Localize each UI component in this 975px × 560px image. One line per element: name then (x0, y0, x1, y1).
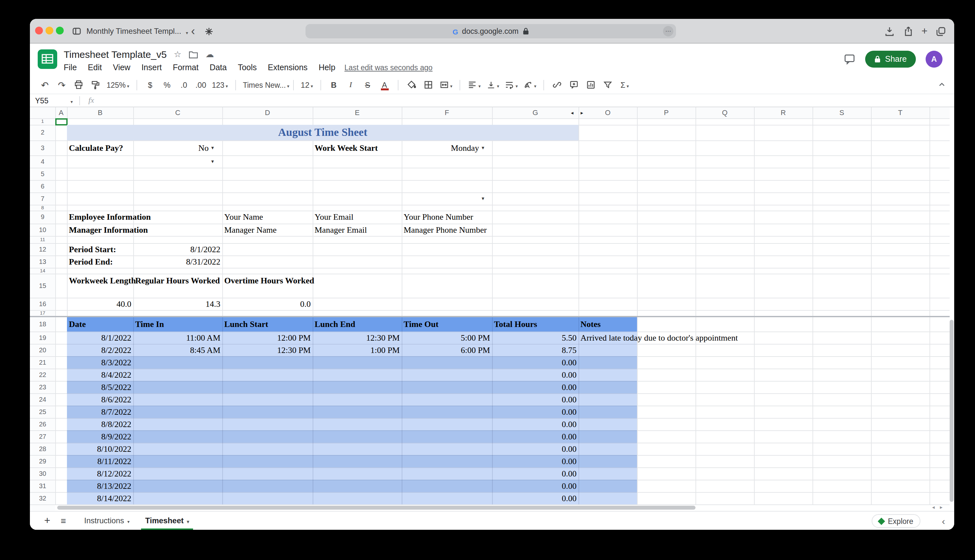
sheet-tab[interactable]: Timesheet (137, 511, 197, 530)
horizontal-scrollbar[interactable] (57, 506, 695, 510)
row-header[interactable]: 11 (30, 236, 55, 243)
row-header[interactable]: 29 (30, 455, 55, 467)
explore-icon (878, 517, 885, 525)
vertical-scrollbar[interactable] (950, 320, 953, 502)
row-header[interactable]: 32 (30, 492, 55, 504)
row-header[interactable]: 14 (30, 268, 55, 274)
row-header[interactable]: 13 (30, 255, 55, 268)
row-header[interactable]: 20 (30, 344, 55, 356)
explore-button[interactable]: Explore (872, 514, 920, 528)
row-header[interactable]: 30 (30, 467, 55, 480)
caret-down-icon[interactable] (187, 516, 189, 525)
spreadsheet-grid: August Time Sheet Calculate Pay? No Work… (30, 19, 954, 530)
row-header[interactable]: 21 (30, 356, 55, 368)
sheet-tab-label: Instructions (84, 516, 124, 525)
row-header[interactable]: 12 (30, 243, 55, 255)
scroll-left-button[interactable] (932, 504, 935, 510)
screenshot-stage: Monthly Timesheet Templ... docs.google.c… (0, 0, 975, 560)
row-header[interactable]: 8 (30, 205, 55, 211)
row-header[interactable]: 2 (30, 125, 55, 140)
row-header[interactable]: 31 (30, 480, 55, 492)
row-header[interactable]: 28 (30, 443, 55, 455)
row-header[interactable]: 25 (30, 406, 55, 418)
row-header[interactable]: 19 (30, 332, 55, 344)
row-header[interactable]: 1 (30, 118, 55, 125)
row-header[interactable]: 9 (30, 211, 55, 223)
row-header[interactable]: 17 (30, 310, 55, 316)
collapse-sidebar-button[interactable] (942, 512, 945, 530)
row-header[interactable]: 10 (30, 223, 55, 236)
row-header[interactable]: 16 (30, 298, 55, 310)
row-header[interactable]: 3 (30, 140, 55, 155)
explore-label: Explore (888, 517, 913, 525)
sheet-tabs: Instructions Timesheet (77, 511, 197, 530)
row-header[interactable]: 4 (30, 155, 55, 168)
browser-window: Monthly Timesheet Templ... docs.google.c… (30, 19, 954, 530)
row-header[interactable]: 22 (30, 368, 55, 381)
row-header[interactable]: 7 (30, 192, 55, 205)
sheet-tab[interactable]: Instructions (77, 511, 137, 530)
caret-down-icon[interactable] (127, 516, 130, 525)
row-header[interactable]: 24 (30, 393, 55, 406)
row-header[interactable]: 26 (30, 418, 55, 430)
add-sheet-button[interactable] (44, 515, 50, 527)
row-header[interactable]: 6 (30, 180, 55, 192)
row-header[interactable]: 27 (30, 430, 55, 443)
sheet-tab-bar: Instructions Timesheet Explore (30, 511, 954, 530)
row-headers-layer: 1234567891011121314151617181920212223242… (30, 19, 954, 530)
row-header[interactable]: 23 (30, 381, 55, 393)
scroll-right-button[interactable] (940, 504, 942, 510)
row-header[interactable]: 15 (30, 274, 55, 298)
all-sheets-button[interactable] (61, 515, 66, 527)
row-header[interactable]: 18 (30, 317, 55, 332)
sheet-tab-label: Timesheet (145, 516, 183, 525)
row-header[interactable]: 5 (30, 168, 55, 180)
